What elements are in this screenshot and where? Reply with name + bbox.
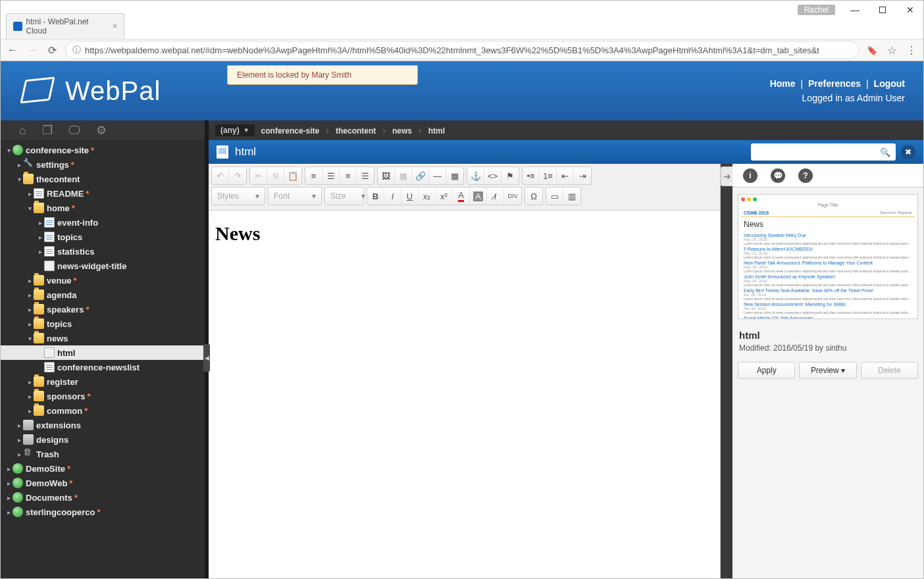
link-preferences[interactable]: Preferences — [808, 78, 861, 89]
tree-node-venue[interactable]: ▸venue* — [1, 273, 205, 288]
twisty-icon[interactable]: ▸ — [26, 378, 34, 386]
link-home[interactable]: Home — [770, 78, 796, 89]
flash-icon[interactable]: ▦ — [395, 167, 412, 184]
twisty-icon[interactable]: ▾ — [5, 147, 13, 154]
tree-node-agenda[interactable]: ▸agenda — [1, 288, 205, 302]
text-color-icon[interactable]: A — [453, 188, 470, 205]
close-button[interactable]: ✖ — [901, 145, 915, 159]
apply-button[interactable]: Apply — [738, 362, 795, 379]
tree-node-README[interactable]: ▸README* — [1, 186, 205, 201]
tree-node-register[interactable]: ▸register — [1, 374, 205, 389]
flag-icon[interactable]: ⚑ — [501, 167, 519, 184]
indent-icon[interactable]: ⇥ — [574, 167, 591, 184]
window-minimize[interactable]: — — [847, 2, 863, 18]
outdent-icon[interactable]: ⇤ — [557, 167, 574, 184]
delete-button[interactable]: Delete — [861, 362, 918, 379]
tree-node-news-widget-title[interactable]: news-widget-title — [1, 259, 205, 273]
tree-node-Documents[interactable]: ▸Documents* — [1, 490, 205, 505]
tree-node-news[interactable]: ▾news — [1, 331, 205, 345]
link-logout[interactable]: Logout — [874, 78, 905, 89]
breadcrumb-news[interactable]: news — [392, 126, 412, 136]
size-select[interactable]: Size — [324, 187, 364, 205]
twisty-icon[interactable]: ▸ — [15, 161, 23, 168]
anchor-icon[interactable]: ⚓ — [467, 167, 484, 184]
align-left-icon[interactable]: ≡ — [305, 167, 322, 184]
menu-icon[interactable]: ⋮ — [905, 44, 918, 57]
twisty-icon[interactable]: ▸ — [26, 320, 34, 328]
breadcrumb-html[interactable]: html — [428, 126, 445, 136]
sidebar-collapse-icon[interactable]: ◀ — [203, 344, 210, 372]
breadcrumb-conference-site[interactable]: conference-site — [261, 126, 320, 136]
window-close[interactable]: ✕ — [902, 2, 918, 18]
browser-tab[interactable]: html - WebPal.net Cloud × — [6, 13, 124, 39]
site-info-icon[interactable]: ⓘ — [72, 44, 81, 56]
tree-node-topics[interactable]: ▸topics — [1, 230, 205, 244]
underline-icon[interactable]: U — [401, 188, 419, 205]
nav-back-icon[interactable]: ← — [6, 44, 19, 56]
tree-node-event-info[interactable]: ▸event-info — [1, 215, 205, 230]
twisty-icon[interactable]: ▸ — [26, 407, 34, 415]
twisty-icon[interactable]: ▸ — [36, 234, 44, 241]
link-icon[interactable]: 🔗 — [412, 167, 429, 184]
url-field[interactable]: ⓘ https://webpaldemo.webpal.net/#dm=webN… — [65, 41, 859, 59]
hr-icon[interactable]: — — [429, 167, 446, 184]
italic-icon[interactable]: I — [384, 188, 401, 205]
tree-node-extensions[interactable]: ▸extensions — [1, 418, 205, 432]
tree-node-html[interactable]: html — [1, 345, 205, 360]
paste-icon[interactable]: 📋 — [284, 167, 301, 184]
tree-node-home[interactable]: ▾home* — [1, 201, 205, 215]
tree-node-statistics[interactable]: ▸statistics — [1, 244, 205, 259]
tree-node-thecontent[interactable]: ▾thecontent — [1, 172, 205, 186]
tree-node-conference-newslist[interactable]: conference-newslist — [1, 360, 205, 374]
subscript-icon[interactable]: x₂ — [419, 188, 436, 205]
twisty-icon[interactable]: ▸ — [15, 451, 23, 458]
special-char-icon[interactable]: Ω — [525, 188, 542, 205]
copy-icon[interactable]: ⎘ — [267, 167, 284, 184]
breadcrumb-any[interactable]: (any)▼ — [215, 124, 255, 136]
source-icon[interactable]: <> — [484, 167, 501, 184]
cut-icon[interactable]: ✂ — [250, 167, 267, 184]
twisty-icon[interactable]: ▸ — [26, 190, 34, 197]
superscript-icon[interactable]: x² — [436, 188, 453, 205]
panel-expand-icon[interactable]: ➜ — [721, 166, 732, 186]
tab-close-icon[interactable]: × — [113, 22, 117, 31]
twisty-icon[interactable]: ▸ — [15, 436, 23, 443]
breadcrumb-thecontent[interactable]: thecontent — [336, 126, 376, 136]
monitor-icon[interactable]: 🖵 — [68, 124, 80, 138]
align-right-icon[interactable]: ≡ — [340, 167, 357, 184]
preview-button[interactable]: Preview ▾ — [799, 362, 856, 379]
bold-icon[interactable]: B — [367, 188, 384, 205]
twisty-icon[interactable]: ▸ — [26, 277, 34, 284]
list-number-icon[interactable]: 1≡ — [540, 167, 557, 184]
twisty-icon[interactable]: ▾ — [26, 335, 34, 342]
twisty-icon[interactable]: ▸ — [36, 219, 44, 226]
search-input[interactable]: 🔍 — [751, 143, 896, 161]
templates-icon[interactable]: ▥ — [563, 188, 580, 205]
site-tree[interactable]: ▾conference-site*▸settings*▾thecontent▸R… — [1, 140, 205, 578]
tree-node-settings[interactable]: ▸settings* — [1, 157, 205, 172]
gear-icon[interactable]: ⚙ — [96, 123, 107, 138]
twisty-icon[interactable]: ▾ — [15, 176, 23, 183]
twisty-icon[interactable]: ▸ — [5, 480, 13, 487]
tree-node-topics[interactable]: ▸topics — [1, 316, 205, 331]
tree-node-sterlingcooperco[interactable]: ▸sterlingcooperco* — [1, 505, 205, 519]
redo-icon[interactable]: ↷ — [229, 167, 246, 184]
align-justify-icon[interactable]: ☰ — [357, 167, 374, 184]
tab-help-icon[interactable]: ? — [798, 168, 813, 183]
tab-info-icon[interactable]: i — [743, 168, 757, 183]
tab-comments-icon[interactable]: 💬 — [771, 168, 785, 183]
twisty-icon[interactable]: ▸ — [5, 494, 13, 501]
twisty-icon[interactable]: ▸ — [36, 248, 44, 255]
div-icon[interactable]: DIV — [504, 188, 521, 205]
copy-icon[interactable]: ❐ — [42, 123, 53, 138]
tree-node-designs[interactable]: ▸designs — [1, 432, 205, 447]
table-icon[interactable]: ▦ — [446, 167, 463, 184]
twisty-icon[interactable]: ▸ — [15, 422, 23, 429]
twisty-icon[interactable]: ▸ — [5, 509, 13, 516]
twisty-icon[interactable]: ▸ — [26, 291, 34, 299]
bg-color-icon[interactable]: A — [470, 188, 487, 205]
tree-node-Trash[interactable]: ▸Trash — [1, 447, 205, 461]
remove-format-icon[interactable]: I̷ — [487, 188, 504, 205]
show-blocks-icon[interactable]: ▭ — [546, 188, 563, 205]
editor-body[interactable]: News — [209, 211, 720, 578]
